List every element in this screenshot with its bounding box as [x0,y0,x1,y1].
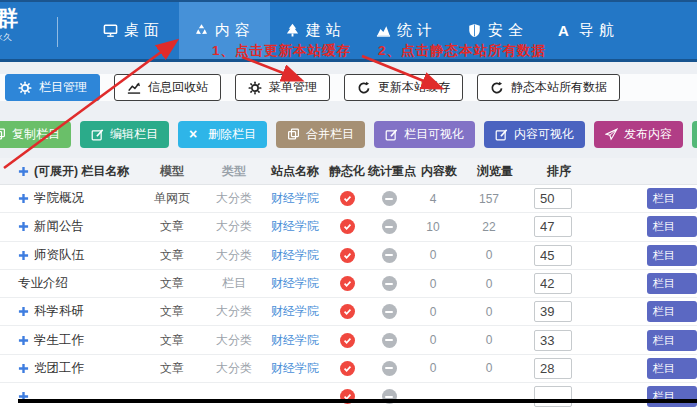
site-name-link[interactable]: 财经学院 [264,332,326,349]
nav-item-desktop[interactable]: 桌面 [88,2,179,59]
column-name-cell[interactable]: 学生工作 [0,332,140,349]
static-enabled-icon[interactable] [340,219,355,234]
action-cell: 栏目 [640,330,697,351]
row-action-button[interactable]: 栏目 [647,330,697,351]
content-visualize-button[interactable]: 内容可视化 [484,121,585,148]
button-label: 菜单管理 [269,79,317,96]
expand-plus-icon[interactable] [18,193,29,204]
column-name-cell[interactable]: 师资队伍 [0,247,140,264]
sort-cell [522,358,584,379]
button-label: 删除栏目 [208,126,256,143]
row-action-button[interactable]: 栏目 [647,301,697,322]
type-cell: 大分类 [204,303,264,320]
site-name-link[interactable]: 财经学院 [264,303,326,320]
expand-plus-icon[interactable] [18,306,29,317]
column-name-text: 师资队伍 [34,247,84,264]
stat-disabled-icon[interactable] [382,248,397,263]
sort-input[interactable] [534,188,572,209]
sort-input[interactable] [534,216,572,237]
stat-disabled-icon[interactable] [382,276,397,291]
cms-admin-screen: 群 永久 桌面 内容 建站 [0,0,697,409]
header-sort: 排序 [528,163,590,180]
column-name-text: 党团工作 [34,360,84,377]
edit-column-button[interactable]: 编辑栏目 [80,121,169,148]
site-name-link[interactable]: 财经学院 [264,218,326,235]
content-count-cell: 0 [410,277,456,291]
delete-column-button[interactable]: × 删除栏目 [178,121,267,148]
view-activity-button[interactable]: 查看动态 [692,121,697,148]
expand-plus-icon[interactable] [18,221,29,232]
expand-plus-icon[interactable] [18,335,29,346]
stat-disabled-icon[interactable] [382,304,397,319]
model-cell: 文章 [140,247,204,264]
stat-disabled-icon[interactable] [382,333,397,348]
content-count-cell: 0 [410,248,456,262]
views-count-cell: 0 [456,277,522,291]
button-label: 编辑栏目 [110,126,158,143]
header-views: 浏览量 [462,163,528,180]
sort-input[interactable] [534,330,572,351]
expand-plus-icon [18,166,29,177]
expand-plus-icon[interactable] [18,363,29,374]
row-action-button[interactable]: 栏目 [647,216,697,237]
menu-manage-button[interactable]: 菜单管理 [235,74,330,101]
site-name-link[interactable]: 财经学院 [264,190,326,207]
column-name-cell[interactable]: 学院概况 [0,190,140,207]
site-name-link[interactable]: 财经学院 [264,360,326,377]
model-cell: 文章 [140,218,204,235]
stat-focus-cell [368,248,410,263]
expand-plus-icon[interactable] [18,250,29,261]
static-enabled-icon[interactable] [340,333,355,348]
column-visualize-button[interactable]: 栏目可视化 [374,121,475,148]
sort-input[interactable] [534,245,572,266]
model-cell: 文章 [140,275,204,292]
sort-input[interactable] [534,301,572,322]
sort-cell [522,386,584,407]
column-name-cell[interactable]: 科学科研 [0,303,140,320]
merge-column-button[interactable]: 合并栏目 [276,121,365,148]
sort-cell [522,330,584,351]
content-area: 栏目管理 信息回收站 菜单管理 更新本站缓存 [0,62,697,409]
copy-column-button[interactable]: 复制栏目 [0,121,71,148]
update-site-cache-button[interactable]: 更新本站缓存 [344,74,463,101]
stat-disabled-icon[interactable] [382,191,397,206]
column-name-cell[interactable]: 专业介绍 [0,275,140,292]
static-enabled-icon[interactable] [340,276,355,291]
static-cell [326,361,368,376]
copy-icon [287,128,300,141]
row-action-button[interactable]: 栏目 [647,245,697,266]
row-action-button[interactable]: 栏目 [647,358,697,379]
table-row: 学生工作文章大分类财经学院00栏目 [0,326,697,354]
content-count-cell: 4 [410,192,456,206]
model-cell: 文章 [140,332,204,349]
action-bar: 复制栏目 编辑栏目 × 删除栏目 合并栏目 [0,121,697,148]
views-count-cell: 0 [456,333,522,347]
site-name-link[interactable]: 财经学院 [264,247,326,264]
row-action-button[interactable]: 栏目 [647,386,697,407]
stat-disabled-icon[interactable] [382,219,397,234]
site-logo[interactable]: 群 永久 [0,8,19,42]
static-enabled-icon[interactable] [340,361,355,376]
static-all-data-button[interactable]: 静态本站所有数据 [477,74,620,101]
sort-input[interactable] [534,386,572,407]
site-name-link[interactable]: 财经学院 [264,275,326,292]
logo-subtext: 永久 [0,33,19,42]
row-action-button[interactable]: 栏目 [647,188,697,209]
table-header-row: (可展开) 栏目名称 模型 类型 站点名称 静态化 统计重点 内容数 浏览量 排… [0,158,697,185]
static-enabled-icon[interactable] [340,191,355,206]
row-action-button[interactable]: 栏目 [647,273,697,294]
sort-input[interactable] [534,273,572,294]
sort-input[interactable] [534,358,572,379]
column-name-cell[interactable]: 新闻公告 [0,218,140,235]
nav-item-label: 建站 [306,21,346,40]
publish-content-button[interactable]: 发布内容 [594,121,683,148]
stat-disabled-icon[interactable] [382,361,397,376]
static-enabled-icon[interactable] [340,304,355,319]
info-recycle-bin-button[interactable]: 信息回收站 [114,74,221,101]
button-label: 栏目可视化 [404,126,464,143]
column-manage-button[interactable]: 栏目管理 [5,74,100,101]
column-name-cell[interactable]: 党团工作 [0,360,140,377]
nav-item-navigation[interactable]: A 导航 [543,2,634,59]
static-enabled-icon[interactable] [340,248,355,263]
recycle-icon [194,23,209,38]
